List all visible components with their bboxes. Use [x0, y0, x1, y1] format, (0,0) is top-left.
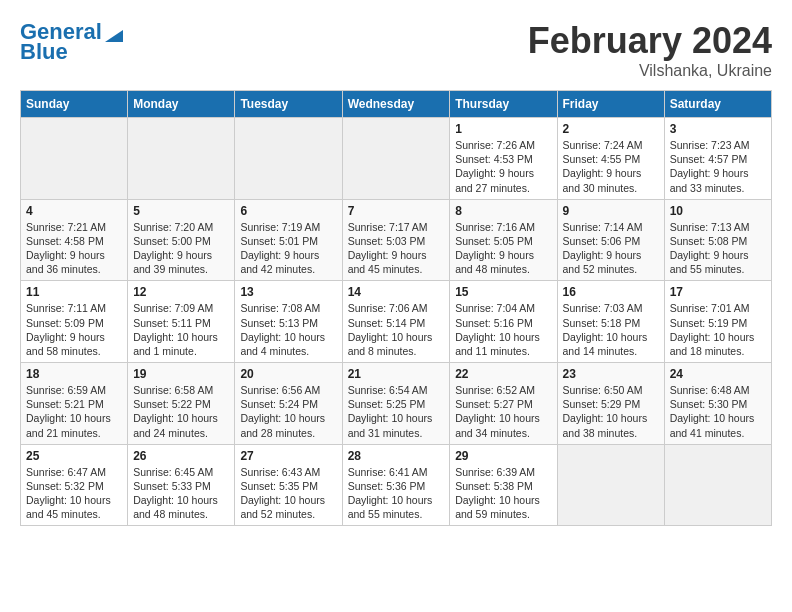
day-number: 9 — [563, 204, 659, 218]
calendar-table: SundayMondayTuesdayWednesdayThursdayFrid… — [20, 90, 772, 526]
column-header-wednesday: Wednesday — [342, 91, 450, 118]
logo-bird-icon — [105, 20, 123, 42]
calendar-cell: 2Sunrise: 7:24 AMSunset: 4:55 PMDaylight… — [557, 118, 664, 200]
calendar-cell: 24Sunrise: 6:48 AMSunset: 5:30 PMDayligh… — [664, 363, 771, 445]
column-header-monday: Monday — [128, 91, 235, 118]
day-info: Sunrise: 6:48 AMSunset: 5:30 PMDaylight:… — [670, 383, 766, 440]
day-info: Sunrise: 6:56 AMSunset: 5:24 PMDaylight:… — [240, 383, 336, 440]
day-info: Sunrise: 7:16 AMSunset: 5:05 PMDaylight:… — [455, 220, 551, 277]
day-number: 10 — [670, 204, 766, 218]
day-number: 25 — [26, 449, 122, 463]
day-info: Sunrise: 6:39 AMSunset: 5:38 PMDaylight:… — [455, 465, 551, 522]
page-header: General Blue February 2024 Vilshanka, Uk… — [20, 20, 772, 80]
day-number: 7 — [348, 204, 445, 218]
calendar-cell: 26Sunrise: 6:45 AMSunset: 5:33 PMDayligh… — [128, 444, 235, 526]
calendar-cell — [21, 118, 128, 200]
day-info: Sunrise: 7:08 AMSunset: 5:13 PMDaylight:… — [240, 301, 336, 358]
day-number: 12 — [133, 285, 229, 299]
calendar-cell — [342, 118, 450, 200]
svg-marker-0 — [105, 30, 123, 42]
day-number: 29 — [455, 449, 551, 463]
calendar-cell — [128, 118, 235, 200]
calendar-cell: 12Sunrise: 7:09 AMSunset: 5:11 PMDayligh… — [128, 281, 235, 363]
day-info: Sunrise: 7:26 AMSunset: 4:53 PMDaylight:… — [455, 138, 551, 195]
day-number: 23 — [563, 367, 659, 381]
logo-text-line2: Blue — [20, 40, 68, 64]
calendar-cell: 9Sunrise: 7:14 AMSunset: 5:06 PMDaylight… — [557, 199, 664, 281]
calendar-cell: 19Sunrise: 6:58 AMSunset: 5:22 PMDayligh… — [128, 363, 235, 445]
calendar-week-row: 25Sunrise: 6:47 AMSunset: 5:32 PMDayligh… — [21, 444, 772, 526]
calendar-cell: 13Sunrise: 7:08 AMSunset: 5:13 PMDayligh… — [235, 281, 342, 363]
day-number: 14 — [348, 285, 445, 299]
calendar-cell: 27Sunrise: 6:43 AMSunset: 5:35 PMDayligh… — [235, 444, 342, 526]
day-number: 21 — [348, 367, 445, 381]
calendar-cell: 22Sunrise: 6:52 AMSunset: 5:27 PMDayligh… — [450, 363, 557, 445]
day-number: 2 — [563, 122, 659, 136]
calendar-cell: 6Sunrise: 7:19 AMSunset: 5:01 PMDaylight… — [235, 199, 342, 281]
calendar-cell: 28Sunrise: 6:41 AMSunset: 5:36 PMDayligh… — [342, 444, 450, 526]
day-number: 6 — [240, 204, 336, 218]
calendar-cell: 25Sunrise: 6:47 AMSunset: 5:32 PMDayligh… — [21, 444, 128, 526]
day-number: 15 — [455, 285, 551, 299]
day-info: Sunrise: 7:11 AMSunset: 5:09 PMDaylight:… — [26, 301, 122, 358]
day-number: 28 — [348, 449, 445, 463]
day-info: Sunrise: 6:58 AMSunset: 5:22 PMDaylight:… — [133, 383, 229, 440]
calendar-cell: 18Sunrise: 6:59 AMSunset: 5:21 PMDayligh… — [21, 363, 128, 445]
day-number: 26 — [133, 449, 229, 463]
day-info: Sunrise: 6:45 AMSunset: 5:33 PMDaylight:… — [133, 465, 229, 522]
column-header-sunday: Sunday — [21, 91, 128, 118]
calendar-week-row: 1Sunrise: 7:26 AMSunset: 4:53 PMDaylight… — [21, 118, 772, 200]
calendar-cell: 20Sunrise: 6:56 AMSunset: 5:24 PMDayligh… — [235, 363, 342, 445]
day-number: 8 — [455, 204, 551, 218]
day-number: 18 — [26, 367, 122, 381]
calendar-cell: 14Sunrise: 7:06 AMSunset: 5:14 PMDayligh… — [342, 281, 450, 363]
day-info: Sunrise: 6:50 AMSunset: 5:29 PMDaylight:… — [563, 383, 659, 440]
day-number: 16 — [563, 285, 659, 299]
day-info: Sunrise: 7:17 AMSunset: 5:03 PMDaylight:… — [348, 220, 445, 277]
day-info: Sunrise: 7:03 AMSunset: 5:18 PMDaylight:… — [563, 301, 659, 358]
calendar-week-row: 11Sunrise: 7:11 AMSunset: 5:09 PMDayligh… — [21, 281, 772, 363]
calendar-cell: 11Sunrise: 7:11 AMSunset: 5:09 PMDayligh… — [21, 281, 128, 363]
day-number: 19 — [133, 367, 229, 381]
day-number: 17 — [670, 285, 766, 299]
day-info: Sunrise: 7:14 AMSunset: 5:06 PMDaylight:… — [563, 220, 659, 277]
calendar-cell: 21Sunrise: 6:54 AMSunset: 5:25 PMDayligh… — [342, 363, 450, 445]
day-number: 3 — [670, 122, 766, 136]
day-info: Sunrise: 7:09 AMSunset: 5:11 PMDaylight:… — [133, 301, 229, 358]
calendar-cell: 10Sunrise: 7:13 AMSunset: 5:08 PMDayligh… — [664, 199, 771, 281]
day-info: Sunrise: 7:06 AMSunset: 5:14 PMDaylight:… — [348, 301, 445, 358]
calendar-week-row: 4Sunrise: 7:21 AMSunset: 4:58 PMDaylight… — [21, 199, 772, 281]
day-info: Sunrise: 7:13 AMSunset: 5:08 PMDaylight:… — [670, 220, 766, 277]
calendar-cell — [235, 118, 342, 200]
month-title: February 2024 — [528, 20, 772, 62]
calendar-cell: 17Sunrise: 7:01 AMSunset: 5:19 PMDayligh… — [664, 281, 771, 363]
day-number: 13 — [240, 285, 336, 299]
day-number: 24 — [670, 367, 766, 381]
day-number: 27 — [240, 449, 336, 463]
title-block: February 2024 Vilshanka, Ukraine — [528, 20, 772, 80]
day-info: Sunrise: 6:41 AMSunset: 5:36 PMDaylight:… — [348, 465, 445, 522]
day-number: 22 — [455, 367, 551, 381]
calendar-cell: 3Sunrise: 7:23 AMSunset: 4:57 PMDaylight… — [664, 118, 771, 200]
location-subtitle: Vilshanka, Ukraine — [528, 62, 772, 80]
calendar-cell — [664, 444, 771, 526]
day-info: Sunrise: 7:20 AMSunset: 5:00 PMDaylight:… — [133, 220, 229, 277]
day-info: Sunrise: 7:23 AMSunset: 4:57 PMDaylight:… — [670, 138, 766, 195]
day-info: Sunrise: 7:19 AMSunset: 5:01 PMDaylight:… — [240, 220, 336, 277]
calendar-cell: 8Sunrise: 7:16 AMSunset: 5:05 PMDaylight… — [450, 199, 557, 281]
column-header-tuesday: Tuesday — [235, 91, 342, 118]
day-number: 11 — [26, 285, 122, 299]
day-info: Sunrise: 6:47 AMSunset: 5:32 PMDaylight:… — [26, 465, 122, 522]
day-number: 4 — [26, 204, 122, 218]
calendar-cell: 1Sunrise: 7:26 AMSunset: 4:53 PMDaylight… — [450, 118, 557, 200]
calendar-header-row: SundayMondayTuesdayWednesdayThursdayFrid… — [21, 91, 772, 118]
calendar-week-row: 18Sunrise: 6:59 AMSunset: 5:21 PMDayligh… — [21, 363, 772, 445]
column-header-friday: Friday — [557, 91, 664, 118]
logo: General Blue — [20, 20, 123, 64]
calendar-cell: 5Sunrise: 7:20 AMSunset: 5:00 PMDaylight… — [128, 199, 235, 281]
day-info: Sunrise: 7:01 AMSunset: 5:19 PMDaylight:… — [670, 301, 766, 358]
day-info: Sunrise: 7:21 AMSunset: 4:58 PMDaylight:… — [26, 220, 122, 277]
day-info: Sunrise: 7:24 AMSunset: 4:55 PMDaylight:… — [563, 138, 659, 195]
day-number: 5 — [133, 204, 229, 218]
column-header-saturday: Saturday — [664, 91, 771, 118]
